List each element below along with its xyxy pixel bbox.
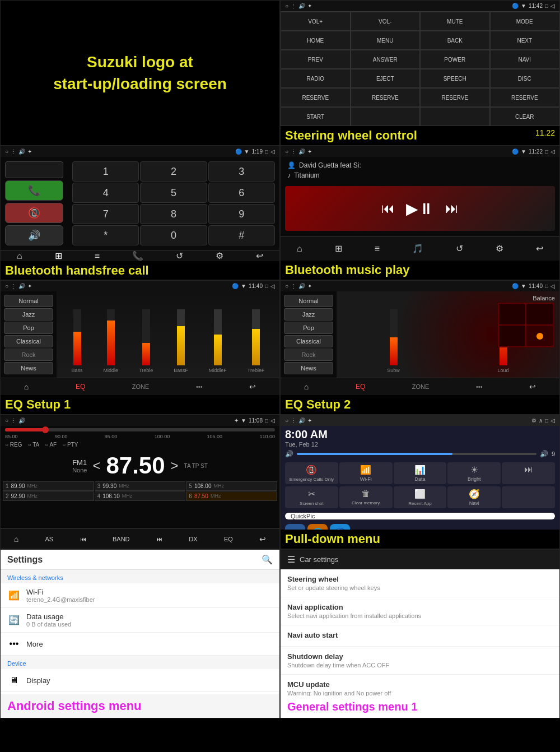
android-display-item[interactable]: 🖥 Display: [1, 669, 279, 692]
pd-data-btn[interactable]: 📊 Data: [394, 462, 447, 484]
fm-dx-btn[interactable]: DX: [189, 536, 197, 542]
steering-disc[interactable]: DISC: [490, 69, 560, 88]
back3-icon[interactable]: ↺: [176, 250, 183, 261]
eq2-eq-btn[interactable]: EQ: [356, 383, 365, 391]
pd-recent-btn[interactable]: ⬜ Recent App: [394, 486, 447, 508]
pd-vol-bar[interactable]: [297, 453, 536, 455]
steering-clear[interactable]: CLEAR: [490, 107, 560, 126]
eq-preset-rock[interactable]: Rock: [4, 349, 53, 361]
music-next-btn[interactable]: ⏭: [445, 201, 459, 216]
steering-vol-minus[interactable]: VOL-: [351, 12, 421, 31]
eq2-preset-rock[interactable]: Rock: [284, 349, 333, 361]
android-more-item[interactable]: ••• More: [1, 633, 279, 656]
home3-icon[interactable]: ⌂: [24, 382, 29, 391]
pd-bright-btn[interactable]: ☀ Bright: [447, 462, 501, 484]
home-icon[interactable]: ⌂: [17, 251, 22, 261]
car-menu-icon[interactable]: ☰: [287, 554, 295, 565]
fm-as-btn[interactable]: AS: [45, 536, 54, 542]
settings3-icon[interactable]: ⚙: [531, 417, 536, 424]
pd-wifi-btn[interactable]: 📶 Wi-Fi: [339, 462, 393, 484]
return-icon[interactable]: ↩: [256, 250, 263, 261]
car-navi-auto-item[interactable]: Navi auto start: [281, 625, 559, 647]
bt2-icon2[interactable]: ≡: [375, 244, 380, 254]
steering-prev[interactable]: PREV: [281, 50, 351, 69]
steering-answer[interactable]: ANSWER: [351, 50, 421, 69]
bt-num-star[interactable]: *: [72, 225, 139, 245]
pd-app-browser[interactable]: 🌐: [307, 524, 328, 530]
bt-hangup-btn[interactable]: 📵: [5, 203, 63, 223]
steering-back[interactable]: BACK: [420, 31, 490, 50]
music-icon[interactable]: 🎵: [412, 243, 423, 254]
bt-num-4[interactable]: 4: [72, 183, 139, 203]
fm-preset-3[interactable]: 3 99.30 MHz: [95, 481, 186, 491]
steering-reserve3[interactable]: RESERVE: [420, 88, 490, 107]
steering-eject[interactable]: EJECT: [351, 69, 421, 88]
fm-prev-track-btn[interactable]: ⏮: [80, 536, 86, 542]
android-data-item[interactable]: 🔄 Data usage 0 B of data used: [1, 608, 279, 633]
pd-navi-btn[interactable]: 🧭 Navi: [447, 486, 501, 508]
eq2-preset-pop[interactable]: Pop: [284, 322, 333, 334]
eq2-preset-normal[interactable]: Normal: [284, 295, 333, 307]
car-shutdown-item[interactable]: Shutdown delay Shutdown delay time when …: [281, 647, 559, 675]
settings-icon[interactable]: ⚙: [216, 250, 223, 261]
pd-clear-btn[interactable]: 🗑 Clear memory: [339, 486, 393, 508]
car-steering-item[interactable]: Steering wheel Set or update steering wh…: [281, 569, 559, 597]
grid-icon[interactable]: ⊞: [55, 250, 62, 261]
fm-home-icon[interactable]: ⌂: [14, 535, 18, 544]
steering-home[interactable]: HOME: [281, 31, 351, 50]
bt-num-hash[interactable]: #: [208, 225, 275, 245]
steering-reserve4[interactable]: RESERVE: [490, 88, 560, 107]
back5-icon[interactable]: ↺: [456, 243, 463, 254]
car-mcu-item[interactable]: MCU update Warning: No ignition and No p…: [281, 675, 559, 696]
bt-icon3[interactable]: ≡: [95, 251, 100, 261]
fm-preset-5[interactable]: 5 108.00 MHz: [186, 481, 277, 491]
pd-next-btn[interactable]: ⏭: [502, 462, 555, 484]
fm-next-btn[interactable]: >: [171, 458, 179, 474]
steering-mute[interactable]: MUTE: [420, 12, 490, 31]
phone-icon[interactable]: 📞: [132, 250, 143, 261]
settings2-icon[interactable]: ⚙: [496, 243, 503, 254]
eq-preset-classical[interactable]: Classical: [4, 335, 53, 347]
pd-expand-icon[interactable]: ∧: [539, 417, 543, 424]
fm-preset-2[interactable]: 2 92.90 MHz: [3, 491, 94, 501]
eq2-preset-jazz[interactable]: Jazz: [284, 308, 333, 321]
pd-app-maps[interactable]: 🗺: [285, 524, 305, 530]
eq1-eq-btn[interactable]: EQ: [76, 383, 85, 391]
fm-preset-1[interactable]: 1 89.90 MHz: [3, 481, 94, 491]
steering-reserve1[interactable]: RESERVE: [281, 88, 351, 107]
steering-power[interactable]: POWER: [420, 50, 490, 69]
bt-num-1[interactable]: 1: [72, 161, 139, 182]
fm-eq-btn[interactable]: EQ: [224, 536, 233, 542]
steering-start[interactable]: START: [281, 107, 351, 126]
android-search-icon[interactable]: 🔍: [262, 554, 273, 565]
eq-preset-jazz[interactable]: Jazz: [4, 308, 53, 321]
home2-icon[interactable]: ⌂: [297, 244, 302, 254]
grid2-icon[interactable]: ⊞: [335, 243, 342, 254]
bt-num-8[interactable]: 8: [140, 204, 207, 224]
bt-num-9[interactable]: 9: [208, 204, 275, 224]
pd-search-bar[interactable]: QuickPic: [285, 513, 555, 519]
return2-icon[interactable]: ↩: [536, 243, 543, 254]
music-prev-btn[interactable]: ⏮: [381, 201, 395, 216]
eq2-preset-news[interactable]: News: [284, 362, 333, 374]
home4-icon[interactable]: ⌂: [304, 382, 309, 391]
bt-num-3[interactable]: 3: [208, 161, 275, 182]
pd-screenshot-btn[interactable]: ✂ Screen shot: [285, 486, 338, 508]
pd-app-chrome[interactable]: 🔵: [330, 524, 350, 530]
bt-answer-btn[interactable]: 📞: [5, 180, 63, 201]
fm-prev-btn[interactable]: <: [92, 458, 100, 474]
steering-menu[interactable]: MENU: [351, 31, 421, 50]
bt-num-0[interactable]: 0: [140, 225, 207, 245]
bt-num-7[interactable]: 7: [72, 204, 139, 224]
eq-preset-pop[interactable]: Pop: [4, 322, 53, 334]
bt-num-2[interactable]: 2: [140, 161, 207, 182]
bt-num-5[interactable]: 5: [140, 183, 207, 203]
music-play-pause-btn[interactable]: ▶⏸: [406, 199, 434, 218]
return3-icon[interactable]: ↩: [249, 382, 256, 391]
steering-radio[interactable]: RADIO: [281, 69, 351, 88]
steering-reserve2[interactable]: RESERVE: [351, 88, 421, 107]
android-wifi-item[interactable]: 📶 Wi-Fi tereno_2.4G@maxisfiber: [1, 583, 279, 608]
fm-next-track-btn[interactable]: ⏭: [156, 536, 162, 542]
fm-preset-6[interactable]: 6 87.50 MHz: [186, 491, 277, 501]
return4-icon[interactable]: ↩: [529, 382, 536, 391]
